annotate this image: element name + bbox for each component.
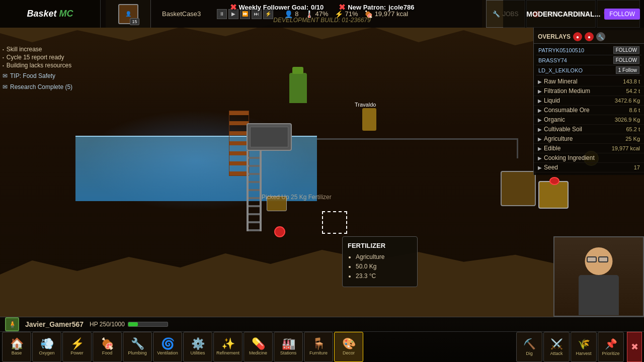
category-value: 3026.9 Kg bbox=[615, 117, 640, 123]
inventory-category[interactable]: ▶ Filtration Medium 54.2 t bbox=[534, 86, 644, 96]
tip-icon: ✉ bbox=[3, 72, 8, 79]
category-name: ▶ Edible bbox=[538, 145, 560, 152]
tool-slot-stations[interactable]: 🏭 Stations bbox=[274, 332, 303, 362]
category-label: Filtration Medium bbox=[544, 87, 590, 95]
category-name: ▶ Seed bbox=[538, 164, 558, 171]
person-body bbox=[579, 275, 619, 315]
category-value: 54.2 t bbox=[626, 88, 640, 94]
follower-goal: ✖ Weekly Follower Goal: 0/10 bbox=[230, 3, 324, 12]
tool-slot-power[interactable]: ⚡ Power bbox=[62, 332, 92, 362]
streamer-follow-3[interactable]: 1 Follow bbox=[616, 66, 639, 74]
inventory-category[interactable]: ▶ Liquid 3472.6 Kg bbox=[534, 96, 644, 106]
tool-slot-plumbing[interactable]: 🔧 Plumbing bbox=[123, 332, 152, 362]
tool-slot-base[interactable]: 🏠 Base bbox=[2, 332, 31, 362]
player-avatar-small: 🧍 bbox=[5, 317, 19, 331]
category-name: ▶ Liquid bbox=[538, 97, 560, 104]
action-icon-harvest: 🌾 bbox=[578, 338, 590, 350]
toolbar-tools: 🏠 Base 💨 Oxygen ⚡ Power 🍖 Food 🔧 Plumbin… bbox=[2, 332, 363, 362]
arrow-icon: ▶ bbox=[538, 88, 542, 94]
category-value: 65.2 t bbox=[626, 126, 640, 132]
action-btn-harvest[interactable]: 🌾 Harvest bbox=[571, 332, 597, 362]
bottom-bar: 🧍 Javier_Gamer567 HP 250/1000 🏠 Base 💨 O… bbox=[0, 317, 644, 362]
selection-cursor bbox=[322, 211, 347, 234]
inventory-panel: OVERLAYS ● ● 🔧 PATRYK05100510 FOLLOW BRA… bbox=[533, 28, 644, 175]
fertilizer-tooltip: FERTILIZER Agriculture50.0 Kg23.3 °C bbox=[342, 236, 418, 287]
inventory-category[interactable]: ▶ Cooking Ingredient bbox=[534, 153, 644, 163]
glass-lens-right bbox=[598, 256, 608, 262]
tool-label-oxygen: Oxygen bbox=[39, 350, 54, 355]
notif-text: Skill increase bbox=[7, 46, 42, 53]
processing-machine bbox=[247, 123, 292, 151]
tool-label-utilities: Utilities bbox=[190, 350, 205, 355]
hp-bar-container bbox=[128, 322, 168, 327]
fertilizer-ground-item[interactable] bbox=[267, 196, 287, 211]
category-label: Agriculture bbox=[544, 135, 573, 142]
level-badge: 15 bbox=[130, 18, 139, 25]
tool-row: 🏠 Base 💨 Oxygen ⚡ Power 🍖 Food 🔧 Plumbin… bbox=[0, 332, 644, 362]
hp-section: HP 250/1000 bbox=[90, 321, 168, 328]
inventory-category[interactable]: ▶ Agriculture 25 Kg bbox=[534, 134, 644, 144]
tool-slot-decor[interactable]: 🎨 Decor bbox=[334, 332, 363, 362]
notification-item: •Cycle 15 report ready bbox=[3, 53, 103, 61]
follower-goal-label: Weekly Follower Goal: bbox=[239, 4, 308, 11]
webcam-person bbox=[554, 237, 643, 316]
arrow-icon: ▶ bbox=[538, 117, 542, 123]
close-button[interactable]: ✖ bbox=[627, 332, 642, 362]
action-btn-attack[interactable]: ⚔️ Attack bbox=[543, 332, 570, 362]
travaldo-character bbox=[362, 108, 376, 131]
arrow-icon: ▶ bbox=[538, 108, 542, 113]
action-btn-prioritize[interactable]: 📌 Prioritize bbox=[598, 332, 624, 362]
tool-slot-furniture[interactable]: 🪑 Furniture bbox=[304, 332, 333, 362]
inventory-category[interactable]: ▶ Edible 19,977 kcal bbox=[534, 144, 644, 153]
inventory-category[interactable]: ▶ Seed 17 bbox=[534, 163, 644, 172]
tool-slot-ventilation[interactable]: 🌀 Ventilation bbox=[153, 332, 182, 362]
streamer-follow-1[interactable]: FOLLOW bbox=[613, 46, 639, 54]
tooltip-properties: Agriculture50.0 Kg23.3 °C bbox=[348, 252, 412, 282]
arrow-icon: ▶ bbox=[538, 165, 542, 170]
tool-icon-base: 🏠 bbox=[10, 338, 24, 349]
ladder bbox=[247, 151, 262, 231]
streamer-name-1[interactable]: PATRYK05100510 bbox=[538, 47, 584, 53]
streamer-follow-2[interactable]: FOLLOW bbox=[613, 56, 639, 64]
tool-slot-medicine[interactable]: 💊 Medicine bbox=[244, 332, 273, 362]
webcam-overlay bbox=[553, 236, 644, 317]
notif-dot: • bbox=[3, 47, 4, 52]
patron-name: jcole786 bbox=[388, 4, 414, 11]
tool-slot-refinement[interactable]: ✨ Refinement bbox=[213, 332, 243, 362]
overlay-red-2[interactable]: ● bbox=[585, 32, 594, 41]
tool-label-decor: Decor bbox=[343, 350, 355, 355]
inventory-category[interactable]: ▶ Consumable Ore 8.6 t bbox=[534, 106, 644, 115]
inventory-category[interactable]: ▶ Organic 3026.9 Kg bbox=[534, 115, 644, 125]
twitch-name-bar: MODERNCARDINAL... FOLLOW bbox=[503, 0, 644, 28]
notifications-panel: •Skill increase•Cycle 15 report ready•Bu… bbox=[3, 45, 103, 92]
category-value: 3472.6 Kg bbox=[615, 98, 640, 104]
notification-item: •Skill increase bbox=[3, 45, 103, 53]
tool-label-plumbing: Plumbing bbox=[128, 350, 147, 355]
inventory-category[interactable]: ▶ Cultivable Soil 65.2 t bbox=[534, 125, 644, 134]
arrow-icon: ▶ bbox=[538, 155, 542, 161]
overlays-bar: OVERLAYS ● ● 🔧 bbox=[534, 30, 644, 44]
tool-label-ventilation: Ventilation bbox=[157, 350, 178, 355]
tool-slot-utilities[interactable]: ⚙️ Utilities bbox=[183, 332, 212, 362]
action-buttons: ⛏️ Dig ⚔️ Attack 🌾 Harvest 📌 Prioritize bbox=[514, 332, 626, 362]
follower-icon: ✖ bbox=[230, 3, 236, 12]
category-name: ▶ Filtration Medium bbox=[538, 87, 590, 95]
overlay-gray-1[interactable]: 🔧 bbox=[596, 32, 605, 41]
tool-icon-food: 🍖 bbox=[101, 338, 114, 349]
streamer-name-2[interactable]: BRASSY74 bbox=[538, 57, 567, 63]
tip-text: Research Complete (5) bbox=[10, 83, 72, 90]
action-btn-dig[interactable]: ⛏️ Dig bbox=[516, 332, 542, 362]
right-machine-2 bbox=[538, 181, 569, 209]
category-label: Seed bbox=[544, 164, 558, 171]
tool-icon-decor: 🎨 bbox=[342, 338, 356, 349]
tool-slot-food[interactable]: 🍖 Food bbox=[93, 332, 122, 362]
travaldo-label: Travaldo bbox=[355, 102, 376, 108]
tool-icon-oxygen: 💨 bbox=[40, 338, 54, 349]
follow-main-button[interactable]: FOLLOW bbox=[604, 9, 640, 20]
jobs-icon: 🔧 bbox=[493, 11, 500, 18]
streamer-name-3[interactable]: LD_X_LEKILOKO bbox=[538, 67, 583, 73]
overlay-red-1[interactable]: ● bbox=[573, 32, 582, 41]
streamer-row-3: LD_X_LEKILOKO 1 Follow bbox=[536, 65, 641, 75]
inventory-category[interactable]: ▶ Raw Mineral 143.8 t bbox=[534, 77, 644, 86]
tool-slot-oxygen[interactable]: 💨 Oxygen bbox=[32, 332, 61, 362]
